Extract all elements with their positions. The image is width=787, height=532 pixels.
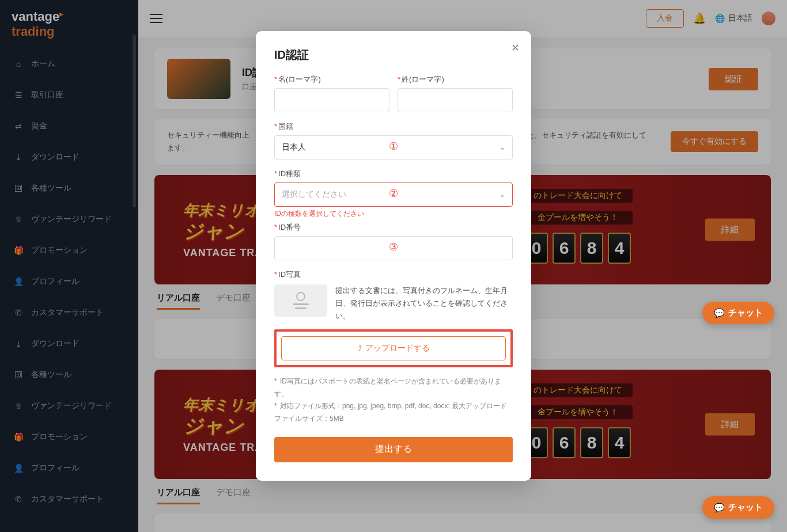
id-number-input[interactable] <box>274 236 513 260</box>
nationality-select[interactable]: 日本人 ⌄ <box>274 135 513 159</box>
chat-icon: 💬 <box>714 503 725 513</box>
chat-button[interactable]: 💬チャット <box>702 302 774 324</box>
upload-highlight: ⤴ アップロードする <box>274 329 513 367</box>
id-type-label: *ID種類 <box>274 169 513 179</box>
submit-button[interactable]: 提出する <box>274 437 513 462</box>
id-photo-description: 提出する文書には、写真付きのフルネーム、生年月日、発行日が表示されていることを確… <box>335 284 513 322</box>
chat-label: チャット <box>728 502 763 513</box>
first-name-input[interactable] <box>274 88 389 112</box>
chat-label: チャット <box>728 307 763 318</box>
id-photo-label: *ID写真 <box>274 269 513 280</box>
last-name-input[interactable] <box>398 88 513 112</box>
last-name-label: *姓(ローマ字) <box>398 74 513 85</box>
id-verification-modal: ✕ ID認証 *名(ローマ字) *姓(ローマ字) *国籍 日本人 ⌄ ① *ID… <box>256 31 531 481</box>
upload-label: アップロードする <box>365 343 430 354</box>
chat-icon: 💬 <box>714 308 725 318</box>
id-type-select[interactable]: 選択してください ⌄ <box>274 183 513 207</box>
upload-icon: ⤴ <box>358 344 362 353</box>
nationality-label: *国籍 <box>274 121 513 132</box>
modal-title: ID認証 <box>274 47 513 63</box>
chevron-down-icon: ⌄ <box>500 143 505 151</box>
upload-notes: * ID写真にはパスポートの表紙と署名ページが含まれている必要があります。 * … <box>274 375 513 425</box>
id-type-error: IDの種類を選択してください <box>274 209 513 219</box>
id-number-label: *ID番号 <box>274 222 513 233</box>
upload-button[interactable]: ⤴ アップロードする <box>281 336 506 360</box>
person-head-icon <box>296 292 305 301</box>
chat-button[interactable]: 💬チャット <box>702 496 774 519</box>
id-photo-placeholder <box>274 284 327 317</box>
chevron-down-icon: ⌄ <box>500 191 505 199</box>
close-button[interactable]: ✕ <box>511 41 520 54</box>
first-name-label: *名(ローマ字) <box>274 74 389 85</box>
id-type-placeholder: 選択してください <box>282 189 346 200</box>
nationality-value: 日本人 <box>282 142 306 153</box>
